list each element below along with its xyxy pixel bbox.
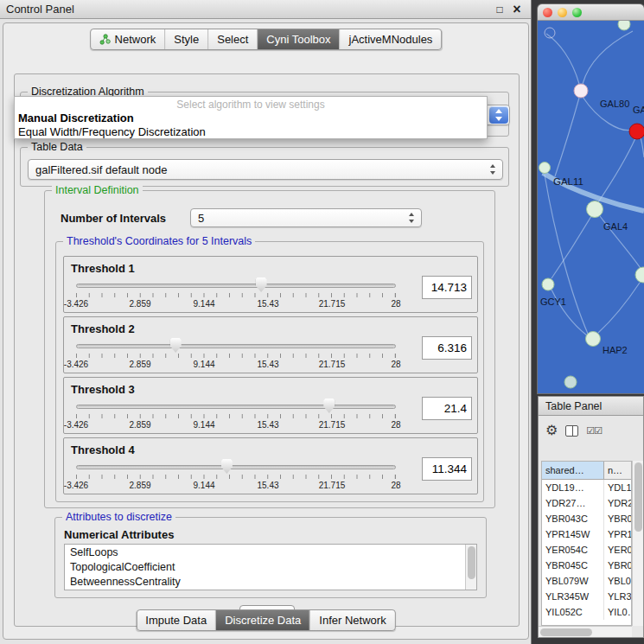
threshold-2-slider[interactable]: -3.426 2.859 9.144 15.43 21.715 28 (76, 338, 396, 373)
threshold-4-value[interactable]: 11.344 (422, 457, 472, 481)
node-attribute-table: shared… n… YDL19…YDL1… YDR27…YDR2… YBR04… (541, 461, 632, 626)
threshold-4-slider[interactable]: -3.426 2.859 9.144 15.43 21.715 28 (76, 459, 396, 494)
tab-label: jActiveMNodules (349, 33, 433, 46)
close-icon[interactable]: × (510, 0, 524, 19)
list-item[interactable]: SelfLoops (65, 545, 476, 559)
node[interactable] (564, 376, 577, 388)
scale-label: -3.426 (64, 299, 88, 309)
scale-label: 9.144 (193, 360, 214, 369)
table-row[interactable]: YPR145WYPR1… (542, 526, 631, 542)
tab-jactivemnodules[interactable]: jActiveMNodules (341, 29, 442, 49)
scale-label: 28 (391, 420, 400, 430)
column-header-shared-name[interactable]: shared… (542, 462, 604, 479)
scale-label: -3.426 (64, 360, 88, 369)
table-row[interactable]: YBR045CYBR0… (542, 558, 631, 573)
list-scrollbar[interactable] (465, 545, 476, 590)
dropdown-option-equal-width-frequency[interactable]: Equal Width/Frequency Discretization (15, 124, 487, 138)
table-panel-toolbar: ⚙ ☑☑ (539, 418, 643, 443)
tab-label: Style (174, 33, 199, 46)
numerical-attributes-list: SelfLoops TopologicalCoefficient Between… (64, 544, 477, 590)
table-row[interactable]: YDR27…YDR2… (542, 495, 631, 511)
scrollbar-thumb[interactable] (468, 546, 475, 579)
slider-track[interactable] (76, 405, 396, 409)
table-row[interactable]: YBL079WYBL0… (542, 573, 631, 589)
slider-scale: -3.426 2.859 9.144 15.43 21.715 28 (76, 360, 396, 370)
table-data-select[interactable]: galFiltered.sif default node (28, 159, 503, 180)
threshold-3-value[interactable]: 21.4 (422, 397, 472, 420)
group-title: Attributes to discretize (62, 511, 175, 523)
table-row[interactable]: YIL052CYIL0… (542, 604, 631, 620)
threshold-label: Threshold 1 (71, 262, 135, 275)
number-of-intervals-select[interactable]: 5 (190, 208, 422, 227)
threshold-1-value[interactable]: 14.713 (422, 276, 472, 299)
zoom-traffic-light-icon[interactable] (572, 8, 582, 17)
threshold-label: Threshold 3 (71, 383, 135, 396)
node-selected-red[interactable] (629, 124, 644, 139)
number-of-intervals-label: Number of Intervals (61, 212, 166, 225)
close-traffic-light-icon[interactable] (543, 8, 552, 17)
scale-label: 15.43 (257, 299, 278, 309)
table-row[interactable]: YLR345WYLR3… (542, 589, 631, 604)
node[interactable] (635, 267, 644, 283)
algorithm-dropdown-popup: Select algorithm to view settings Manual… (14, 96, 488, 139)
dropdown-placeholder: Select algorithm to view settings (15, 97, 487, 111)
scale-label: 15.43 (257, 420, 278, 430)
node-hap2[interactable] (586, 332, 601, 347)
scale-label: 21.715 (319, 360, 346, 369)
table-row[interactable]: YER054CYER0… (542, 542, 631, 558)
node-gal11[interactable] (539, 163, 551, 174)
slider-scale: -3.426 2.859 9.144 15.43 21.715 28 (76, 299, 396, 309)
threshold-3-box: Threshold 3 -3.426 2.859 9.144 15.43 21.… (63, 377, 478, 434)
select-columns-icon[interactable]: ☑☑ (586, 425, 602, 437)
node-gcy1[interactable] (542, 278, 554, 290)
slider-track[interactable] (76, 344, 396, 348)
slider-track[interactable] (76, 284, 396, 288)
node-gal4[interactable] (587, 201, 603, 218)
slider-thumb[interactable] (221, 459, 233, 474)
scrollbar-thumb[interactable] (634, 462, 642, 532)
float-window-icon[interactable]: □ (493, 0, 507, 19)
column-header-name[interactable]: n… (604, 462, 631, 479)
network-canvas[interactable]: GAL80 GA GAL11 GAL4 GCY1 HAP2 (538, 21, 644, 393)
dropdown-option-manual-discretization[interactable]: Manual Discretization (15, 111, 487, 124)
node-gal80[interactable] (574, 84, 588, 98)
tab-cyni-toolbox[interactable]: Cyni Toolbox (258, 29, 340, 49)
network-window-titlebar (538, 4, 644, 21)
threshold-2-value[interactable]: 6.316 (422, 336, 472, 360)
scale-label: 2.859 (129, 420, 150, 430)
columns-icon[interactable] (565, 425, 578, 437)
slider-track[interactable] (76, 465, 396, 469)
list-item[interactable]: TopologicalCoefficient (65, 559, 476, 574)
table-panel-window: Table Panel ⚙ ☑☑ shared… n… YDL19…YDL1… … (538, 396, 644, 638)
slider-ticks (76, 293, 396, 297)
discretization-algorithm-group: Discretization Algorithm Select algorith… (20, 92, 509, 137)
tab-network[interactable]: Network (91, 29, 166, 49)
list-item[interactable]: BetweennessCentrality (65, 574, 476, 589)
table-vertical-scrollbar[interactable] (632, 461, 643, 626)
table-panel-title: Table Panel (545, 400, 602, 412)
combo-stepper-icon[interactable] (489, 106, 508, 124)
tab-infer-network[interactable]: Infer Network (310, 610, 394, 630)
scale-label: 21.715 (319, 299, 346, 309)
minimize-traffic-light-icon[interactable] (558, 8, 567, 17)
tab-impute-data[interactable]: Impute Data (137, 610, 216, 630)
gear-icon[interactable]: ⚙ (545, 424, 558, 437)
node[interactable] (618, 21, 630, 30)
slider-thumb[interactable] (256, 277, 267, 292)
tab-select[interactable]: Select (208, 29, 258, 49)
tab-label: Infer Network (319, 614, 386, 627)
table-row[interactable]: YDL19…YDL1… (542, 480, 631, 495)
control-panel-window: Control Panel □ × Network Style Select C… (0, 0, 532, 644)
scrollbar-thumb[interactable] (540, 628, 592, 636)
table-data-value: galFiltered.sif default node (35, 163, 167, 176)
tab-style[interactable]: Style (165, 29, 208, 49)
table-row[interactable]: YBR043CYBR0… (542, 511, 631, 526)
group-title: Interval Definition (52, 184, 143, 196)
threshold-3-slider[interactable]: -3.426 2.859 9.144 15.43 21.715 28 (76, 399, 396, 433)
slider-thumb[interactable] (323, 399, 335, 413)
table-horizontal-scrollbar[interactable] (539, 626, 632, 637)
number-of-intervals-value: 5 (198, 212, 204, 225)
threshold-1-slider[interactable]: -3.426 2.859 9.144 15.43 21.715 28 (76, 277, 396, 312)
tab-discretize-data[interactable]: Discretize Data (216, 610, 310, 630)
slider-thumb[interactable] (170, 338, 182, 353)
